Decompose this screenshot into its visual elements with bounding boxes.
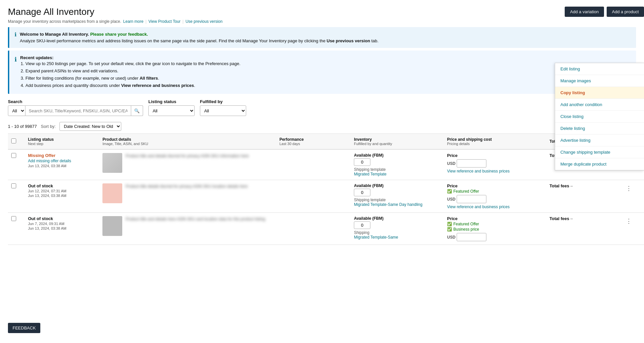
product-image	[102, 183, 122, 203]
row-status-cell: Out of stock Jun 7, 2024, 09:31 AM Jun 1…	[25, 213, 99, 245]
inventory-table: Listing status Next step Product details…	[8, 133, 644, 245]
table-area: Listing status Next step Product details…	[0, 133, 644, 245]
col-performance-label: Performance	[280, 137, 304, 142]
fees-label: Total fees	[549, 183, 569, 188]
col-performance: Performance Last 30 days	[276, 134, 351, 150]
fulfilled-by-select[interactable]: All Amazon Merchant	[200, 105, 246, 116]
product-cell-inner: Product title and details blurred for pr…	[102, 153, 273, 173]
inventory-value-box	[354, 158, 440, 166]
price-row: USD	[447, 233, 543, 241]
row-inventory-cell: Available (FBM) Shipping template Migrat…	[351, 180, 444, 213]
row-checkbox[interactable]	[11, 153, 16, 158]
checkmark-icon2: ✅	[447, 227, 452, 232]
col-performance-sub: Last 30 days	[280, 142, 347, 146]
inventory-label: Available (FBM)	[354, 153, 440, 158]
row-checkbox[interactable]	[11, 216, 16, 221]
inventory-label: Available (FBM)	[354, 183, 440, 188]
price-label: Price	[447, 153, 543, 158]
banner-text: Welcome to Manage All Inventory. Please …	[20, 31, 378, 44]
banner-body: Analyze SKU-level performance metrics an…	[20, 38, 378, 43]
row-performance-cell	[276, 180, 351, 213]
status-out-label: Out of stock	[28, 183, 53, 188]
results-count: 1 - 10 of 99877	[8, 124, 37, 129]
banner-welcome: Welcome to Manage All Inventory.	[20, 32, 90, 37]
product-cell-inner: Product title and details here ASIN SKU …	[102, 216, 273, 236]
row-product-cell: Product title and details here ASIN SKU …	[99, 213, 276, 245]
status-date1: Jun 7, 2024, 09:31 AM	[28, 222, 96, 226]
context-menu-copy-listing[interactable]: Copy listing	[555, 87, 644, 99]
add-variation-button[interactable]: Add a variation	[565, 7, 604, 17]
row-action-button[interactable]: ⋮	[624, 216, 634, 226]
shipping-template-label: Shipping template	[354, 167, 440, 172]
product-tour-link[interactable]: View Product Tour	[148, 19, 180, 24]
table-header-row: Listing status Next step Product details…	[8, 134, 644, 150]
feedback-close-button[interactable]: ×	[1, 245, 4, 250]
pipe-divider2: |	[182, 19, 183, 24]
learn-more-link[interactable]: Learn more	[123, 19, 143, 24]
prev-version-link[interactable]: Use previous version	[185, 19, 222, 24]
context-menu-edit-listing[interactable]: Edit listing	[555, 63, 644, 75]
status-out-label: Out of stock	[28, 216, 53, 221]
context-menu-add-condition[interactable]: Add another condition	[555, 99, 644, 111]
search-input[interactable]	[25, 105, 131, 116]
ref-price-link[interactable]: View reference and business prices	[447, 205, 543, 209]
context-menu-manage-images[interactable]: Manage images	[555, 75, 644, 87]
inventory-input[interactable]	[354, 189, 370, 196]
context-menu-advertise-listing[interactable]: Advertise listing	[555, 134, 644, 146]
inventory-input[interactable]	[354, 221, 370, 229]
context-menu-merge-duplicate[interactable]: Merge duplicate product	[555, 158, 644, 170]
row-checkbox[interactable]	[11, 183, 16, 188]
product-text: Product title and details here ASIN SKU …	[126, 216, 265, 222]
welcome-banner: ℹ Welcome to Manage All Inventory. Pleas…	[8, 27, 636, 48]
inventory-value-box	[354, 221, 440, 229]
price-input[interactable]	[457, 159, 486, 168]
update-item-4: Add business prices and quantity discoun…	[25, 82, 241, 89]
sort-select[interactable]: Date Created: New to Old	[59, 122, 121, 131]
col-price: Price and shipping cost Pricing details	[444, 134, 546, 150]
migrated-template-link[interactable]: Migrated Template-Same	[354, 235, 440, 240]
price-label: Price	[447, 216, 543, 221]
row-price-cell: Price ✅ Featured Offer ✅ Business price …	[444, 213, 546, 245]
page-header: Manage All Inventory Manage your invento…	[0, 0, 644, 27]
context-menu-change-shipping[interactable]: Change shipping template	[555, 146, 644, 158]
col-product-label: Product details	[102, 137, 131, 142]
row-action-button[interactable]: ⋮	[624, 183, 634, 193]
search-button[interactable]: 🔍	[131, 105, 143, 116]
row-price-cell: Price ✅ Featured Offer USD View referenc…	[444, 180, 546, 213]
status-date1: Jun 12, 2024, 07:31 AM	[28, 189, 96, 193]
fulfilled-by-label: Fulfilled by	[200, 99, 246, 104]
feedback-link[interactable]: Please share your feedback.	[90, 32, 148, 37]
listing-status-select[interactable]: All Active Inactive Incomplete	[148, 105, 195, 116]
filter-group: Listing status All Active Inactive Incom…	[148, 99, 246, 116]
inventory-input[interactable]	[354, 158, 370, 166]
add-missing-offer-link[interactable]: Add missing offer details	[28, 159, 96, 163]
listing-status-label: Listing status	[148, 99, 195, 104]
results-bar: 1 - 10 of 99877 Sort by: Date Created: N…	[0, 119, 644, 133]
ref-price-link[interactable]: View reference and business prices	[447, 169, 543, 173]
updates-banner: ℹ Recent updates: View up to 250 listing…	[8, 51, 636, 94]
row-actions-cell: ⋮	[621, 180, 644, 213]
product-text: Product title details blurred for privac…	[126, 183, 248, 189]
migrated-template-link[interactable]: Migrated Template	[354, 172, 440, 176]
row-status-cell: Out of stock Jun 12, 2024, 07:31 AM Jun …	[25, 180, 99, 213]
context-menu-delete-listing[interactable]: Delete listing	[555, 123, 644, 134]
row-checkbox-cell	[8, 149, 25, 180]
updates-content: Recent updates: View up to 250 listings …	[20, 55, 241, 89]
info-icon: ℹ	[15, 31, 17, 38]
add-product-button[interactable]: Add a product	[607, 7, 644, 17]
price-input[interactable]	[457, 233, 486, 241]
migrated-template-link[interactable]: Migrated Template-Same Day handling	[354, 202, 440, 207]
search-category-select[interactable]: All	[8, 105, 25, 116]
select-all-checkbox[interactable]	[11, 138, 16, 143]
price-input[interactable]	[457, 195, 486, 203]
search-section: Search All 🔍 Listing status All Active I…	[0, 99, 644, 119]
featured-offer-badge: ✅ Featured Offer	[447, 189, 543, 194]
row-performance-cell	[276, 149, 351, 180]
context-menu-close-listing[interactable]: Close listing	[555, 111, 644, 123]
main-content: Listing status Next step Product details…	[0, 133, 644, 245]
row-fees-cell: Total fees –	[546, 213, 621, 245]
featured-offer-text: Featured Offer	[453, 189, 479, 194]
row-performance-cell	[276, 213, 351, 245]
checkmark-icon: ✅	[447, 189, 452, 194]
status-missing-label: Missing Offer	[28, 153, 56, 158]
